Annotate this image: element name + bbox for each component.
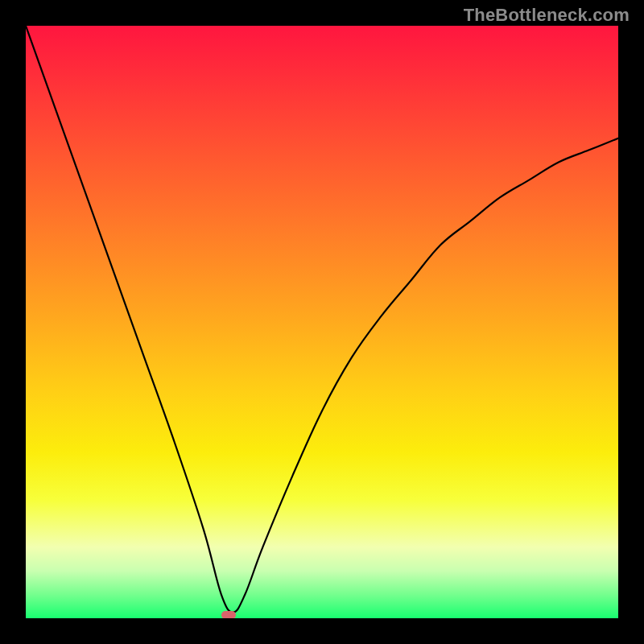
plot-area xyxy=(26,26,618,618)
watermark-text: TheBottleneck.com xyxy=(464,5,630,26)
curve-svg xyxy=(26,26,618,618)
chart-frame: TheBottleneck.com xyxy=(0,0,644,644)
minimum-marker xyxy=(221,611,236,618)
bottleneck-curve xyxy=(26,26,618,613)
